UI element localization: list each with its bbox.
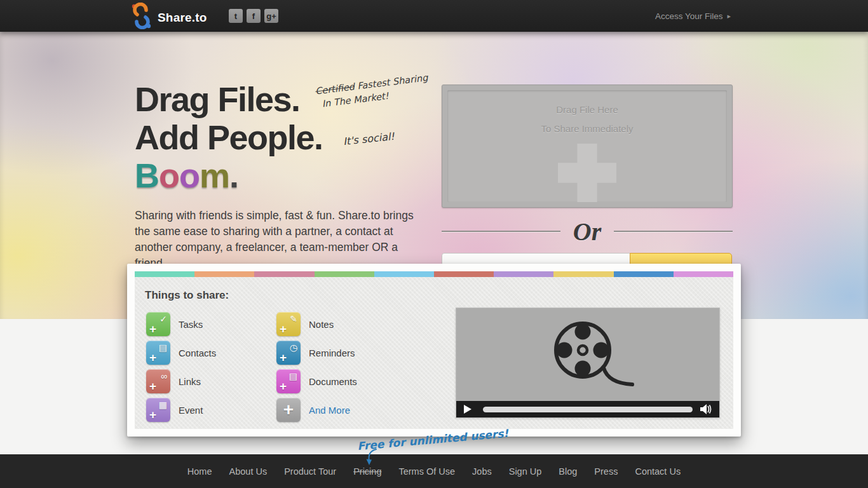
divider-line-left (442, 231, 560, 232)
notes-icon-glyph: ✎ (290, 315, 297, 323)
hero-paragraph: Sharing with friends is simple, fast & f… (135, 208, 422, 271)
footer-link-blog[interactable]: Blog (559, 466, 577, 477)
plus-icon: + (280, 380, 287, 392)
stripe-segment (315, 271, 374, 277)
share-item-label: Contacts (179, 348, 216, 358)
stripe-segment (614, 271, 674, 277)
footer-nav: HomeAbout UsProduct TourPricingTerms Of … (0, 454, 868, 488)
reminders-icon[interactable]: +◷ (276, 341, 301, 365)
stripe-segment (194, 271, 254, 277)
plus-icon: + (276, 398, 301, 422)
contacts-icon[interactable]: +▤ (146, 341, 170, 365)
boom-letter: o (179, 156, 200, 194)
share-col-2: +✎Notes+◷Reminders+▤Documents+And More (276, 312, 357, 422)
panel-stripe (135, 271, 733, 277)
boom-letter: o (159, 156, 179, 194)
access-your-files-label: Access Your Files (655, 11, 723, 21)
boom-letter: B (135, 156, 159, 194)
event-icon[interactable]: +▦ (146, 398, 170, 422)
plus-icon[interactable] (558, 144, 616, 202)
share-col-1: +✓Tasks+▤Contacts+∞Links+▦Event (146, 312, 216, 422)
plus-icon: + (280, 323, 287, 335)
top-navbar: Share.to tfg+ Access Your Files ▸ (0, 0, 868, 32)
share-item-label: Notes (309, 319, 334, 330)
share-item-event: +▦Event (146, 398, 216, 422)
video-progress-bar[interactable] (483, 407, 693, 412)
contacts-icon-glyph: ▤ (159, 343, 167, 352)
video-controls (456, 401, 719, 417)
social-icons: tfg+ (229, 9, 278, 23)
reminders-icon-glyph: ◷ (290, 343, 297, 352)
twitter-icon[interactable]: t (229, 9, 243, 23)
share-item-and-more[interactable]: +And More (276, 398, 357, 422)
tasks-icon-glyph: ✓ (159, 315, 167, 323)
stripe-segment (494, 271, 553, 277)
plus-icon: + (149, 351, 156, 363)
footer-link-jobs[interactable]: Jobs (472, 466, 492, 477)
file-dropzone-inner: Drag File Here To Share Immediately (447, 90, 727, 202)
share-item-label: Links (179, 376, 201, 387)
file-dropzone[interactable]: Drag File Here To Share Immediately (442, 85, 733, 208)
event-icon-glyph: ▦ (159, 400, 167, 409)
share-item-label: Tasks (179, 319, 203, 330)
footer-link-terms-of-use[interactable]: Terms Of Use (398, 466, 455, 477)
share-item-links: +∞Links (146, 369, 216, 393)
tasks-icon[interactable]: +✓ (146, 312, 170, 336)
dropzone-line1: Drag File Here (447, 104, 727, 115)
hero-heading-line1: Drag Files. (135, 80, 323, 118)
share-item-label[interactable]: And More (309, 405, 350, 416)
volume-icon[interactable] (700, 404, 713, 414)
hero-heading: Drag Files. Add People. (135, 80, 323, 156)
share-item-contacts: +▤Contacts (146, 341, 216, 365)
hero-heading-line2: Add People. (135, 118, 323, 156)
video-player[interactable] (456, 308, 720, 418)
brand-logo[interactable]: Share.to (130, 3, 207, 29)
share-item-label: Reminders (309, 348, 355, 358)
footer-link-home[interactable]: Home (187, 466, 212, 477)
links-icon-glyph: ∞ (161, 372, 167, 381)
plus-icon: + (149, 409, 156, 421)
page: Share.to tfg+ Access Your Files ▸ Drag F… (0, 0, 868, 488)
handwritten-arrow-icon (362, 448, 379, 466)
documents-icon-glyph: ▤ (289, 372, 297, 381)
film-reel-icon (537, 311, 639, 395)
facebook-icon[interactable]: f (247, 9, 261, 23)
stripe-segment (254, 271, 314, 277)
access-your-files-link[interactable]: Access Your Files ▸ (655, 0, 731, 32)
share-item-tasks: +✓Tasks (146, 312, 216, 336)
stripe-segment (553, 271, 613, 277)
footer-link-product-tour[interactable]: Product Tour (284, 466, 336, 477)
stripe-segment (135, 271, 194, 277)
chevron-right-icon: ▸ (727, 12, 731, 20)
more-icon[interactable]: + (276, 398, 301, 422)
share-item-label: Event (179, 405, 203, 416)
things-to-share-panel: Things to share: +✓Tasks+▤Contacts+∞Link… (127, 264, 741, 437)
stripe-segment (674, 271, 733, 277)
plus-icon: + (280, 351, 287, 363)
or-label: Or (573, 217, 601, 247)
footer-link-about-us[interactable]: About Us (229, 466, 268, 477)
notes-icon[interactable]: +✎ (276, 312, 301, 336)
dropzone-line2: To Share Immediately (447, 123, 727, 134)
documents-icon[interactable]: +▤ (276, 369, 301, 393)
share-item-label: Documents (309, 376, 357, 387)
panel-inner: Things to share: +✓Tasks+▤Contacts+∞Link… (135, 271, 733, 429)
footer-link-sign-up[interactable]: Sign Up (509, 466, 542, 477)
boom-heading: Boom. (135, 156, 238, 194)
plus-icon: + (149, 323, 156, 335)
googleplus-icon[interactable]: g+ (264, 9, 278, 23)
footer-link-contact-us[interactable]: Contact Us (635, 466, 681, 477)
annotation-fastest-sharing: Certified Fastest Sharing In The Market! (315, 71, 438, 112)
share-item-documents: +▤Documents (276, 369, 357, 393)
boom-letter: . (229, 156, 238, 194)
panel-title: Things to share: (145, 289, 229, 302)
footer-link-pricing[interactable]: Pricing (353, 466, 381, 477)
play-icon[interactable] (464, 405, 471, 414)
plus-icon: + (149, 380, 156, 392)
share-item-reminders: +◷Reminders (276, 341, 357, 365)
annotation-its-social: It's social! (342, 130, 395, 148)
share-item-notes: +✎Notes (276, 312, 357, 336)
stripe-segment (374, 271, 434, 277)
footer-link-press[interactable]: Press (594, 466, 618, 477)
links-icon[interactable]: +∞ (146, 369, 170, 393)
